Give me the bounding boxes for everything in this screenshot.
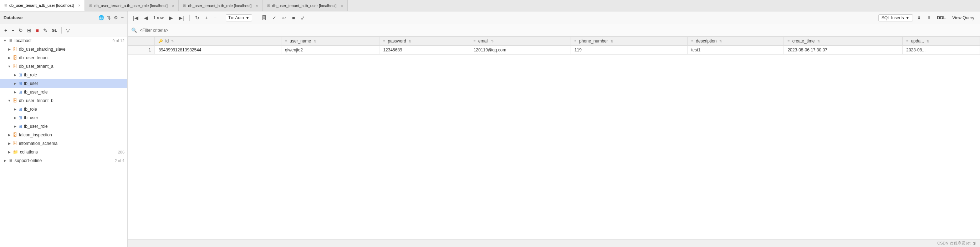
tab-3[interactable]: ⊞ db_user_tenant_b.tb_role [localhost] × <box>179 0 262 11</box>
sort-phone-icon[interactable]: ⇅ <box>611 40 613 43</box>
cell-phone-1[interactable]: 119 <box>571 46 687 54</box>
arrow-sharding: ▶ <box>7 48 11 51</box>
sql-inserts-button[interactable]: SQL Inserts ▼ <box>878 14 913 21</box>
cell-id-1[interactable]: 894999912813932544 <box>155 46 282 54</box>
table-icon-tab4: ⊞ <box>267 3 270 8</box>
col-header-password[interactable]: ≡ password ⇅ <box>379 37 470 46</box>
cell-password-1[interactable]: 12345689 <box>379 46 470 54</box>
tree-item-support-online[interactable]: ▶ 🖥 support-online 2 of 4 <box>0 156 127 165</box>
nav-last-button[interactable]: ▶| <box>177 14 186 21</box>
table-row[interactable]: 1 894999912813932544 qiwenjie2 12345689 … <box>128 46 980 54</box>
tx-selector[interactable]: Tx: Auto ▼ <box>226 14 252 21</box>
db-icon-button[interactable]: 🗄 <box>259 14 268 21</box>
col-header-username[interactable]: ≡ user_name ⇅ <box>282 37 379 46</box>
tab-2-close[interactable]: × <box>172 3 174 8</box>
tree-item-db-user-sharding[interactable]: ▶ 🗄 db_user_sharding_slave <box>0 45 127 54</box>
tab-3-close[interactable]: × <box>256 3 258 8</box>
cell-email-1[interactable]: 120119@qq.com <box>470 46 571 54</box>
tree-item-tb-user-role-a[interactable]: ▶ ⊞ tb_user_role <box>0 88 127 96</box>
row-count-label: 1 row <box>152 15 165 20</box>
arrow-tenant-b: ▼ <box>7 99 11 102</box>
settings-icon[interactable]: ⚙ <box>114 15 118 20</box>
tree-item-falcon[interactable]: ▶ 🗄 falcon_inspection <box>0 131 127 139</box>
tb-user-role-b-label: tb_user_role <box>24 124 124 129</box>
arrow-tb-user-a: ▶ <box>13 82 17 85</box>
sidebar-tree: ▼ 🖥 localhost 9 of 12 ▶ 🗄 db_user_shardi… <box>0 37 127 247</box>
arrow-tb-user-role-b: ▶ <box>13 124 17 128</box>
sort-username-icon[interactable]: ⇅ <box>314 40 317 43</box>
tab-1-close[interactable]: × <box>78 3 80 8</box>
edit-button[interactable]: ✎ <box>42 27 49 34</box>
db-tenant-b-label: db_user_tenant_b <box>19 98 124 103</box>
tab-1-label: db_user_tenant_a.tb_user [localhost] <box>9 3 74 8</box>
table-icon-tab1: ⊞ <box>4 3 7 7</box>
filter-button[interactable]: ▽ <box>65 27 71 34</box>
schema-button[interactable]: ⊞ <box>25 27 33 34</box>
col-id-label: id <box>165 38 169 43</box>
view-query-button[interactable]: View Query <box>950 14 977 21</box>
tab-1[interactable]: ⊞ db_user_tenant_a.tb_user [localhost] × <box>0 0 85 11</box>
sort-update-icon[interactable]: ⇅ <box>926 40 929 43</box>
col-desc-label: description <box>696 38 716 43</box>
minimize-icon[interactable]: − <box>121 15 124 20</box>
add-button[interactable]: + <box>3 27 8 34</box>
undo-button[interactable]: ↩ <box>280 14 288 21</box>
split-icon[interactable]: ⇅ <box>107 15 111 20</box>
sort-desc-icon[interactable]: ⇅ <box>719 40 722 43</box>
tree-item-db-user-tenant-b[interactable]: ▼ 🗄 db_user_tenant_b <box>0 96 127 105</box>
data-table-container: 🔑 id ⇅ ≡ user_name ⇅ ≡ pass <box>128 37 980 239</box>
add-row-button[interactable]: + <box>203 14 210 21</box>
sort-create-icon[interactable]: ⇅ <box>818 40 820 43</box>
server-icon-localhost: 🖥 <box>8 38 13 43</box>
nav-first-button[interactable]: |◀ <box>131 14 140 21</box>
nav-prev-button[interactable]: ◀ <box>142 14 150 21</box>
tree-item-tb-user-role-b[interactable]: ▶ ⊞ tb_user_role <box>0 122 127 131</box>
sort-password-icon[interactable]: ⇅ <box>409 40 412 43</box>
globe-icon[interactable]: 🌐 <box>99 15 104 20</box>
tab-bar: ⊞ db_user_tenant_a.tb_user [localhost] ×… <box>0 0 980 11</box>
console-button[interactable]: GL <box>50 27 59 33</box>
col-header-description[interactable]: ≡ description ⇅ <box>687 37 784 46</box>
tab-2[interactable]: ⊞ db_user_tenant_a.tb_user_role [localho… <box>85 0 179 11</box>
move-button[interactable]: ⤢ <box>299 14 307 21</box>
table-icon-tb-role-a: ⊞ <box>19 72 22 78</box>
col-update-label: upda... <box>911 38 924 43</box>
sort-email-icon[interactable]: ⇅ <box>491 40 494 43</box>
tree-item-db-user-tenant[interactable]: ▶ 🗄 db_user_tenant <box>0 54 127 62</box>
check-button[interactable]: ✓ <box>270 14 278 21</box>
col-header-create-time[interactable]: ≡ create_time ⇅ <box>784 37 903 46</box>
falcon-label: falcon_inspection <box>19 132 124 137</box>
tab-4[interactable]: ⊞ db_user_tenant_b.tb_user [localhost] × <box>263 0 348 11</box>
filter-input[interactable] <box>140 28 977 33</box>
col-header-update-time[interactable]: ≡ upda... ⇅ <box>903 37 980 46</box>
refresh-data-button[interactable]: ↻ <box>193 14 201 21</box>
tree-item-collations[interactable]: ▶ 📁 collations 286 <box>0 148 127 156</box>
delete-row-button[interactable]: − <box>212 14 218 21</box>
remove-button[interactable]: − <box>10 27 16 34</box>
cell-create-time-1[interactable]: 2023-08-06 17:30:07 <box>784 46 903 54</box>
tree-item-db-user-tenant-a[interactable]: ▼ 🗄 db_user_tenant_a <box>0 62 127 71</box>
ddl-button[interactable]: DDL <box>935 14 948 21</box>
tab-4-close[interactable]: × <box>341 3 343 8</box>
tb-user-role-a-label: tb_user_role <box>24 89 124 95</box>
sort-id-icon[interactable]: ⇅ <box>171 40 174 43</box>
cell-update-time-1[interactable]: 2023-08... <box>903 46 980 54</box>
col-header-email[interactable]: ≡ email ⇅ <box>470 37 571 46</box>
col-header-id[interactable]: 🔑 id ⇅ <box>155 37 282 46</box>
cell-username-1[interactable]: qiwenjie2 <box>282 46 379 54</box>
refresh-button[interactable]: ↻ <box>17 27 24 34</box>
import-button[interactable]: ⬆ <box>925 14 933 21</box>
col-header-phone[interactable]: ≡ phone_number ⇅ <box>571 37 687 46</box>
tree-item-tb-role-b[interactable]: ▶ ⊞ tb_role <box>0 105 127 113</box>
cell-description-1[interactable]: test1 <box>687 46 784 54</box>
stop-data-button[interactable]: ■ <box>290 14 297 21</box>
stop-button[interactable]: ■ <box>34 27 40 34</box>
col-phone-label: phone_number <box>579 38 608 43</box>
tree-item-info-schema[interactable]: ▶ 🗄 information_schema <box>0 139 127 148</box>
tree-item-tb-user-b[interactable]: ▶ ⊞ tb_user <box>0 113 127 122</box>
nav-next-button[interactable]: ▶ <box>167 14 175 21</box>
export-button[interactable]: ⬇ <box>915 14 923 21</box>
tree-item-tb-user-a[interactable]: ▶ ⊞ tb_user <box>0 79 127 88</box>
tree-item-localhost[interactable]: ▼ 🖥 localhost 9 of 12 <box>0 37 127 45</box>
tree-item-tb-role-a[interactable]: ▶ ⊞ tb_role <box>0 71 127 79</box>
